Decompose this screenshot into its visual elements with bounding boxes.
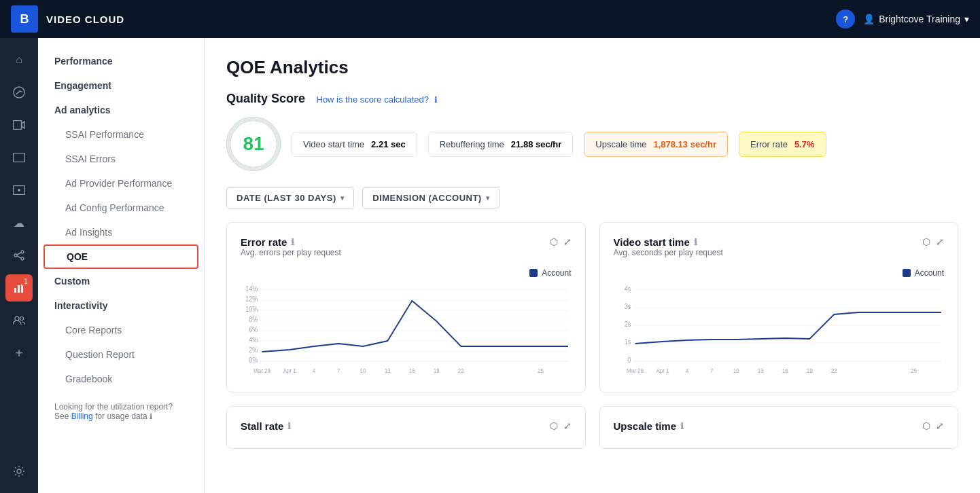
chart-upscale-time: Upscale time ℹ ⬡ ⤢: [599, 406, 959, 449]
score-value: 81: [243, 133, 264, 155]
sidebar-icon-media[interactable]: [5, 144, 33, 171]
sidebar-icon-share[interactable]: [5, 242, 33, 269]
chart-video-start-subtitle: Avg. seconds per play request: [614, 248, 723, 257]
video-start-svg: 4s 3s 2s 1s 0 Mar 29: [614, 283, 945, 385]
user-menu[interactable]: 👤 Brightcove Training ▾: [863, 14, 969, 24]
nav-item-interactivity[interactable]: Interactivity: [38, 293, 204, 318]
nav-badge: 1: [20, 276, 31, 287]
svg-text:Apr 1: Apr 1: [283, 367, 296, 375]
svg-text:13: 13: [757, 367, 763, 375]
app-logo[interactable]: B: [11, 5, 38, 33]
chart-video-start-legend: Account: [614, 268, 945, 278]
nav-item-ad-provider[interactable]: Ad Provider Performance: [38, 171, 204, 196]
chart-stall-rate: Stall rate ℹ ⬡ ⤢: [226, 406, 586, 449]
user-name: Brightcove Training: [879, 14, 960, 24]
svg-text:19: 19: [434, 367, 440, 375]
date-filter-chevron: ▾: [340, 194, 345, 202]
svg-text:0%: 0%: [249, 357, 258, 365]
metric-value-rebuffering: 21.88 sec/hr: [511, 139, 561, 149]
chart-error-rate-subtitle: Avg. errors per play request: [241, 248, 341, 257]
export-icon-2[interactable]: ⬡: [922, 236, 930, 247]
expand-icon[interactable]: ⤢: [563, 236, 572, 247]
expand-icon-3[interactable]: ⤢: [563, 420, 572, 431]
footer-text: Looking for the utilization report?: [54, 402, 173, 412]
sidebar-icon-plus[interactable]: +: [5, 340, 33, 367]
error-rate-svg: 14% 12% 10% 8% 6% 4% 2% 0%: [241, 283, 572, 385]
svg-line-8: [17, 253, 21, 255]
svg-text:16: 16: [409, 367, 415, 375]
footer-text2: See: [54, 412, 71, 421]
nav-item-gradebook[interactable]: Gradebook: [38, 367, 204, 391]
footer-info-icon: ℹ: [150, 412, 152, 420]
svg-point-13: [15, 316, 19, 321]
svg-point-7: [21, 257, 24, 260]
quality-score-row: 81 Video start time 2.21 sec Rebuffering…: [226, 117, 958, 171]
svg-text:13: 13: [385, 367, 391, 375]
upscale-info-icon: ℹ: [680, 421, 684, 431]
sidebar-icon-analytics2[interactable]: [5, 79, 33, 106]
top-nav: B VIDEO CLOUD ? 👤 Brightcove Training ▾: [0, 0, 980, 38]
svg-text:16: 16: [782, 367, 788, 375]
export-icon[interactable]: ⬡: [550, 236, 558, 247]
export-icon-3[interactable]: ⬡: [550, 420, 558, 431]
expand-icon-4[interactable]: ⤢: [936, 420, 944, 431]
chart-video-start: Video start time ℹ Avg. seconds per play…: [599, 222, 959, 392]
nav-item-performance[interactable]: Performance: [38, 49, 204, 73]
sidebar-icon-live[interactable]: [5, 177, 33, 204]
svg-text:2%: 2%: [249, 346, 258, 354]
sidebar-icon-settings[interactable]: [5, 458, 33, 485]
chart-error-rate-legend: Account: [241, 268, 572, 278]
svg-text:25: 25: [910, 367, 916, 375]
nav-item-ssai-performance[interactable]: SSAI Performance: [38, 122, 204, 147]
video-start-info-icon: ℹ: [694, 237, 697, 247]
chart-video-start-actions: ⬡ ⤢: [922, 236, 944, 247]
icon-sidebar: ⌂ ☁ 1 +: [0, 38, 38, 493]
error-rate-chart-container: 14% 12% 10% 8% 6% 4% 2% 0%: [241, 283, 572, 378]
quality-score-link-text: How is the score calculated?: [317, 94, 429, 105]
metric-value-video-start: 2.21 sec: [371, 139, 406, 149]
sidebar-icon-cloud[interactable]: ☁: [5, 209, 33, 236]
sidebar-icon-video[interactable]: [5, 111, 33, 139]
nav-item-ssai-errors[interactable]: SSAI Errors: [38, 147, 204, 171]
expand-icon-2[interactable]: ⤢: [936, 236, 944, 247]
quality-score-label: Quality Score: [226, 92, 305, 105]
nav-item-core-reports[interactable]: Core Reports: [38, 318, 204, 342]
legend-label-2: Account: [915, 268, 944, 278]
billing-link[interactable]: Billing: [71, 412, 93, 421]
export-icon-4[interactable]: ⬡: [922, 420, 930, 431]
sidebar-icon-home[interactable]: ⌂: [5, 46, 33, 73]
nav-item-ad-insights[interactable]: Ad Insights: [38, 220, 204, 244]
svg-text:25: 25: [538, 367, 544, 375]
svg-point-15: [17, 469, 21, 473]
video-start-chart-container: 4s 3s 2s 1s 0 Mar 29: [614, 283, 945, 378]
metric-label-video-start: Video start time: [303, 139, 364, 149]
page-title: QOE Analytics: [226, 57, 958, 78]
svg-text:4: 4: [685, 367, 688, 375]
svg-text:3s: 3s: [624, 303, 631, 311]
metric-card-rebuffering: Rebuffering time 21.88 sec/hr: [428, 132, 574, 157]
svg-text:22: 22: [830, 367, 837, 375]
metric-label-error: Error rate: [750, 139, 788, 149]
svg-text:4%: 4%: [249, 336, 258, 344]
help-button[interactable]: ?: [836, 10, 855, 29]
nav-item-engagement[interactable]: Engagement: [38, 73, 204, 98]
svg-point-14: [20, 317, 24, 321]
nav-item-custom[interactable]: Custom: [38, 269, 204, 293]
date-filter-button[interactable]: DATE (LAST 30 DAYS) ▾: [226, 187, 354, 208]
nav-item-ad-analytics[interactable]: Ad analytics: [38, 98, 204, 122]
quality-score-link[interactable]: How is the score calculated? ℹ: [317, 94, 438, 105]
nav-item-ad-config[interactable]: Ad Config Performance: [38, 196, 204, 220]
chart-upscale-time-title: Upscale time ℹ: [614, 420, 684, 432]
nav-item-question-report[interactable]: Question Report: [38, 342, 204, 367]
dimension-filter-button[interactable]: DIMENSION (ACCOUNT) ▾: [362, 187, 500, 208]
filters-row: DATE (LAST 30 DAYS) ▾ DIMENSION (ACCOUNT…: [226, 187, 958, 208]
svg-text:7: 7: [710, 367, 713, 375]
chart-upscale-time-header: Upscale time ℹ ⬡ ⤢: [614, 420, 945, 432]
sidebar-icon-people[interactable]: [5, 307, 33, 334]
svg-text:10: 10: [360, 367, 366, 375]
sidebar-icon-analytics-main[interactable]: 1: [5, 274, 33, 302]
svg-text:22: 22: [458, 367, 464, 375]
svg-rect-2: [14, 153, 25, 162]
nav-item-qoe[interactable]: QOE: [43, 244, 198, 269]
chart-error-rate-title: Error rate ℹ: [241, 236, 341, 248]
